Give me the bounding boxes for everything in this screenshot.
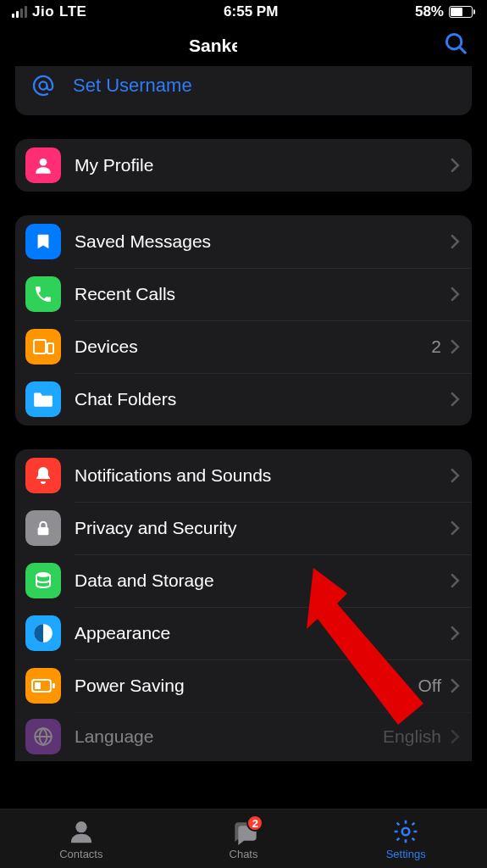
- section-general: Saved Messages Recent Calls Devices 2 Ch…: [15, 215, 472, 426]
- settings-icon: [392, 818, 419, 845]
- row-power-saving[interactable]: Power Saving Off: [15, 659, 472, 712]
- lock-icon: [25, 510, 61, 546]
- svg-point-7: [36, 572, 50, 577]
- page-header: Sanket: [0, 24, 487, 68]
- svg-rect-11: [35, 682, 41, 689]
- chevron-right-icon: [450, 339, 460, 354]
- set-username-row[interactable]: Set Username: [15, 66, 472, 115]
- chevron-right-icon: [450, 729, 460, 744]
- chevron-right-icon: [450, 520, 460, 536]
- chevron-right-icon: [450, 678, 460, 693]
- folder-icon: [25, 381, 61, 417]
- signal-icon: [12, 6, 27, 18]
- globe-icon: [25, 719, 61, 754]
- chevron-right-icon: [450, 468, 460, 483]
- row-value: English: [383, 726, 441, 747]
- row-devices[interactable]: Devices 2: [15, 320, 472, 373]
- row-label: Devices: [75, 337, 431, 357]
- section-profile: My Profile: [15, 139, 472, 192]
- row-label: Chat Folders: [75, 389, 450, 409]
- row-label: Saved Messages: [75, 231, 450, 252]
- tab-label: Contacts: [59, 848, 102, 860]
- search-button[interactable]: [443, 31, 468, 59]
- bookmark-icon: [25, 224, 61, 259]
- chevron-right-icon: [450, 158, 460, 173]
- contacts-icon: [68, 818, 95, 845]
- chevron-right-icon: [450, 392, 460, 407]
- row-label: My Profile: [75, 155, 450, 175]
- row-value: 2: [431, 337, 441, 357]
- row-language[interactable]: Language English: [15, 712, 472, 761]
- row-label: Data and Storage: [75, 570, 450, 591]
- svg-rect-10: [53, 683, 55, 688]
- svg-rect-5: [47, 343, 53, 353]
- row-notifications[interactable]: Notifications and Sounds: [15, 449, 472, 502]
- chevron-right-icon: [450, 287, 460, 302]
- battery-pct-label: 58%: [415, 3, 444, 20]
- svg-rect-4: [34, 340, 46, 353]
- status-left: Jio LTE: [12, 3, 86, 20]
- row-label: Power Saving: [75, 676, 418, 696]
- row-label: Notifications and Sounds: [75, 465, 450, 486]
- carrier-label: Jio: [32, 3, 54, 20]
- row-privacy-security[interactable]: Privacy and Security: [15, 502, 472, 554]
- svg-line-1: [460, 47, 465, 53]
- battery-icon: [25, 668, 61, 704]
- status-right: 58%: [415, 3, 475, 20]
- svg-point-15: [402, 827, 410, 835]
- redacted-area: [237, 31, 390, 60]
- svg-point-3: [40, 159, 47, 166]
- appearance-icon: [25, 615, 61, 651]
- set-username-label: Set Username: [73, 75, 192, 97]
- tab-chats[interactable]: 2 Chats: [163, 810, 325, 868]
- svg-point-14: [75, 821, 86, 832]
- section-settings: Notifications and Sounds Privacy and Sec…: [15, 449, 472, 761]
- chevron-right-icon: [450, 626, 460, 641]
- chevron-right-icon: [450, 234, 460, 249]
- row-my-profile[interactable]: My Profile: [15, 139, 472, 192]
- row-label: Recent Calls: [75, 284, 450, 304]
- tab-label: Settings: [386, 848, 426, 860]
- devices-icon: [25, 329, 61, 364]
- chevron-right-icon: [450, 573, 460, 588]
- at-icon: [29, 71, 58, 100]
- row-chat-folders[interactable]: Chat Folders: [15, 373, 472, 426]
- profile-icon: [25, 147, 61, 183]
- bell-icon: [25, 458, 61, 493]
- row-saved-messages[interactable]: Saved Messages: [15, 215, 472, 268]
- svg-rect-6: [38, 527, 49, 535]
- row-data-storage[interactable]: Data and Storage: [15, 554, 472, 607]
- row-label: Appearance: [75, 623, 450, 643]
- database-icon: [25, 563, 61, 598]
- chats-badge: 2: [246, 815, 263, 832]
- row-value: Off: [418, 676, 441, 696]
- search-icon: [443, 31, 468, 56]
- tab-contacts[interactable]: Contacts: [0, 810, 163, 868]
- network-label: LTE: [59, 3, 86, 20]
- tab-label: Chats: [230, 848, 258, 860]
- row-label: Privacy and Security: [75, 518, 450, 538]
- phone-icon: [25, 276, 61, 312]
- clock-label: 6:55 PM: [224, 3, 278, 20]
- row-label: Language: [75, 726, 383, 747]
- row-appearance[interactable]: Appearance: [15, 607, 472, 659]
- section-account: Set Username: [15, 66, 472, 115]
- row-recent-calls[interactable]: Recent Calls: [15, 268, 472, 320]
- status-bar: Jio LTE 6:55 PM 58%: [0, 0, 487, 24]
- tab-settings[interactable]: Settings: [324, 810, 487, 868]
- svg-point-2: [39, 81, 47, 89]
- tab-bar: Contacts 2 Chats Settings: [0, 809, 487, 868]
- battery-icon: [449, 6, 475, 18]
